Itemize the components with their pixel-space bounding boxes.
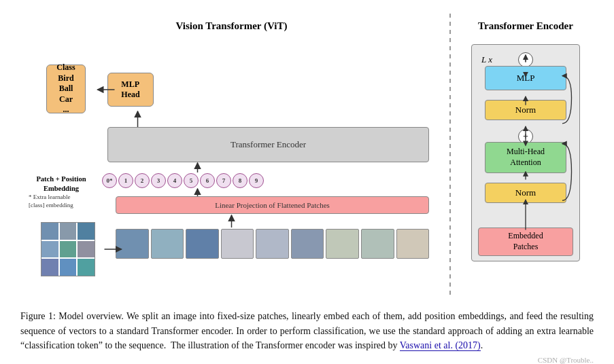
flat-patch-6 [326, 229, 359, 259]
src-patch-2 [60, 223, 77, 240]
te-mlp-box: MLP [485, 66, 566, 90]
src-patch-4 [41, 241, 58, 258]
class-box: ClassBirdBallCar... [46, 65, 86, 113]
extra-learnable-label: * Extra learnable[class] embedding [29, 194, 103, 209]
plus-symbol-middle: + [523, 131, 528, 142]
src-patch-5 [60, 241, 77, 258]
te-norm1-box: Norm [485, 100, 566, 120]
te-mha-label: Multi-HeadAttention [507, 147, 545, 168]
vit-title: Vision Transformer (ViT) [27, 20, 436, 32]
source-patches-grid [41, 222, 95, 276]
flat-patch-0 [116, 229, 149, 259]
te-plus-top: + [518, 52, 533, 67]
src-patch-9 [78, 259, 95, 276]
vit-container: ClassBirdBallCar... MLPHead Transformer … [27, 39, 436, 290]
token-6: 6 [200, 173, 215, 188]
te-norm2-label: Norm [515, 187, 536, 198]
flat-patches-row [116, 228, 429, 260]
src-patch-6 [78, 241, 95, 258]
embedded-patches-box: EmbeddedPatches [478, 228, 573, 256]
plus-symbol-top: + [523, 54, 528, 65]
token-8: 8 [233, 173, 248, 188]
token-5: 5 [184, 173, 199, 188]
flat-patch-5 [291, 229, 324, 259]
te-norm2-box: Norm [485, 183, 566, 203]
src-patch-3 [78, 223, 95, 240]
te-mha-box: Multi-HeadAttention [485, 142, 566, 173]
mlp-head-box: MLPHead [107, 73, 154, 107]
token-0: 0* [102, 173, 117, 188]
patch-position-label: Patch + PositionEmbedding [27, 175, 95, 193]
plus-circle-top: + [518, 52, 533, 67]
transformer-encoder-main-box: Transformer Encoder [107, 127, 429, 162]
te-mlp-label: MLP [517, 73, 535, 84]
mlp-head-label: MLPHead [121, 79, 139, 100]
caption-text: Model overview. We split an image into f… [20, 311, 594, 350]
transformer-encoder-main-label: Transformer Encoder [231, 139, 306, 150]
figure-caption: Figure 1: Model overview. We split an im… [20, 309, 594, 353]
flat-patch-3 [221, 229, 254, 259]
flat-patch-7 [361, 229, 394, 259]
watermark: CSDN @Trouble.. [20, 356, 594, 364]
class-label: ClassBirdBallCar... [56, 62, 75, 115]
page: Vision Transformer (ViT) ClassBirdBallCa… [0, 0, 614, 364]
te-diagram: L x + MLP Norm [464, 37, 587, 268]
token-4: 4 [167, 173, 182, 188]
linear-proj-box: Linear Projection of Flattened Patches [116, 196, 429, 214]
flat-patch-1 [151, 229, 184, 259]
extra-learnable-text: * Extra learnable[class] embedding [29, 194, 73, 208]
vit-section: Vision Transformer (ViT) ClassBirdBallCa… [20, 14, 443, 297]
te-norm1-label: Norm [515, 105, 536, 115]
te-section: Transformer Encoder L x + MLP [458, 14, 594, 297]
tokens-row: 0* 1 2 3 4 5 6 7 8 9 [102, 173, 264, 188]
figure-label: Figure 1: [20, 311, 56, 321]
token-3: 3 [151, 173, 166, 188]
embedded-patches-label: EmbeddedPatches [508, 231, 543, 252]
citation-link[interactable]: Vaswani et al. (2017) [400, 340, 481, 351]
src-patch-8 [60, 259, 77, 276]
diagram-area: Vision Transformer (ViT) ClassBirdBallCa… [20, 14, 594, 297]
linear-proj-label: Linear Projection of Flattened Patches [215, 201, 330, 209]
flat-patch-4 [256, 229, 289, 259]
flat-patch-8 [396, 229, 430, 259]
src-patch-1 [41, 223, 58, 240]
token-9: 9 [249, 173, 264, 188]
token-7: 7 [216, 173, 231, 188]
src-patch-7 [41, 259, 58, 276]
caption-text-end: . [481, 340, 483, 350]
token-1: 1 [118, 173, 133, 188]
te-lx-label: L x [481, 54, 492, 65]
section-divider [449, 14, 451, 297]
patch-position-text: Patch + PositionEmbedding [36, 175, 86, 192]
flat-patch-2 [186, 229, 219, 259]
te-title: Transformer Encoder [464, 20, 587, 32]
token-2: 2 [135, 173, 150, 188]
